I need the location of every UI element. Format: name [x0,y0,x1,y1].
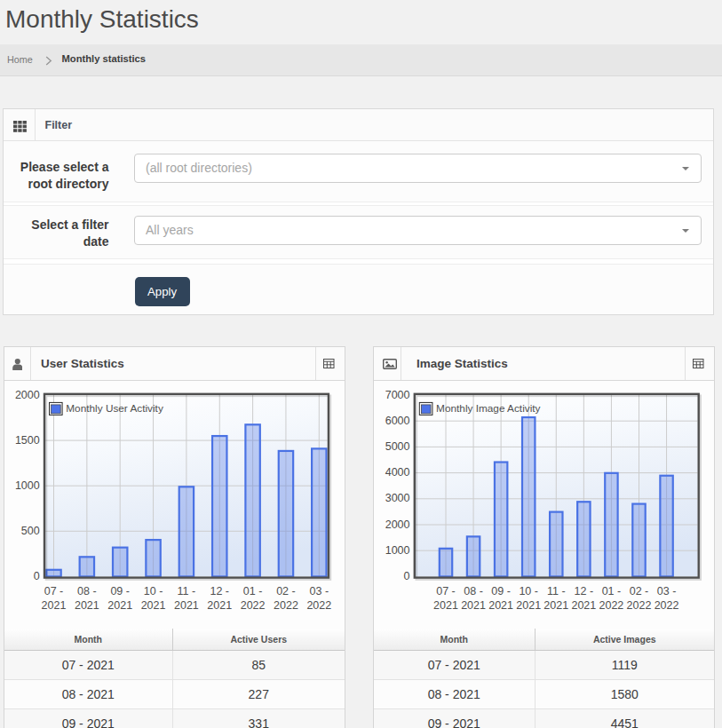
svg-text:2000: 2000 [385,518,410,531]
svg-text:10 -: 10 - [519,585,538,597]
svg-text:10 -: 10 - [144,585,163,597]
svg-text:2021: 2021 [207,599,232,612]
svg-text:01 -: 01 - [243,585,263,597]
svg-text:2021: 2021 [174,599,199,612]
svg-text:1000: 1000 [15,479,40,492]
svg-text:Monthly Image Activity: Monthly Image Activity [436,402,540,415]
svg-text:4000: 4000 [385,466,410,479]
svg-text:6000: 6000 [385,415,410,427]
svg-text:12 -: 12 - [575,585,594,597]
svg-text:1000: 1000 [385,544,410,557]
svg-text:Monthly User Activity: Monthly User Activity [66,402,163,415]
svg-text:2021: 2021 [75,599,99,612]
svg-text:2021: 2021 [141,599,166,612]
svg-text:0: 0 [34,570,40,582]
svg-text:1500: 1500 [15,434,40,447]
svg-text:11 -: 11 - [178,585,196,597]
svg-text:2021: 2021 [42,599,67,612]
svg-text:09 -: 09 - [110,585,130,597]
svg-text:2022: 2022 [655,599,679,612]
svg-text:01 -: 01 - [602,585,622,597]
svg-text:2021: 2021 [433,599,458,612]
svg-text:500: 500 [21,525,40,537]
svg-text:07 -: 07 - [44,585,64,597]
svg-text:02 -: 02 - [276,585,296,597]
svg-text:2000: 2000 [15,389,40,401]
svg-text:11 -: 11 - [547,585,566,597]
svg-text:03 -: 03 - [657,585,677,597]
svg-text:08 -: 08 - [464,585,483,597]
svg-text:2021: 2021 [107,599,132,612]
svg-text:2021: 2021 [516,599,541,612]
svg-text:2022: 2022 [599,599,624,612]
svg-text:03 -: 03 - [310,585,329,597]
svg-text:2022: 2022 [306,599,331,612]
svg-text:2021: 2021 [571,599,596,612]
svg-text:2022: 2022 [274,599,298,612]
svg-text:2022: 2022 [627,599,652,612]
svg-text:08 -: 08 - [77,585,97,597]
svg-text:3000: 3000 [385,492,410,504]
svg-text:2021: 2021 [543,599,568,612]
svg-text:09 -: 09 - [491,585,511,597]
svg-text:2021: 2021 [461,599,486,612]
svg-text:7000: 7000 [385,389,410,401]
svg-text:02 -: 02 - [630,585,649,597]
svg-text:12 -: 12 - [210,585,229,597]
svg-text:2021: 2021 [488,599,513,612]
svg-text:5000: 5000 [385,440,410,453]
svg-text:07 -: 07 - [436,585,456,597]
svg-text:2022: 2022 [241,599,266,612]
svg-text:0: 0 [404,570,410,582]
